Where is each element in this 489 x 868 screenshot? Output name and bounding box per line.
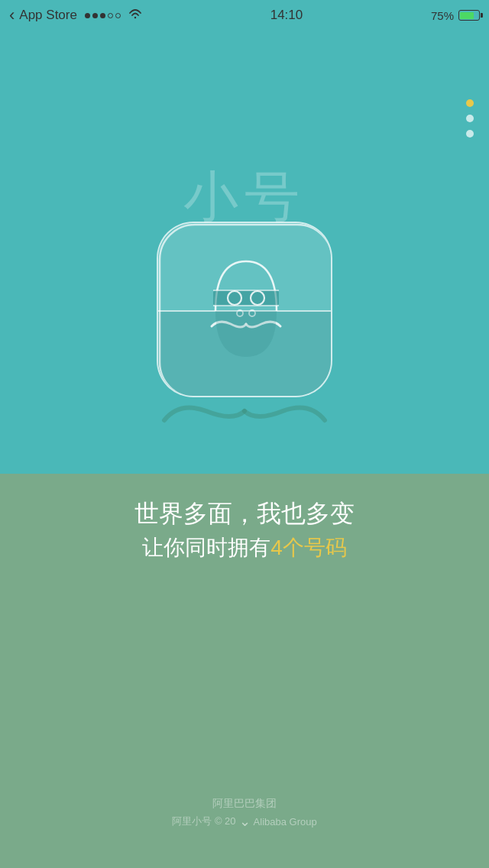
battery-percentage: 75% <box>431 9 454 22</box>
time-display: 14:10 <box>270 8 303 23</box>
tagline-highlight: 4个号码 <box>270 536 347 559</box>
page-dot-3[interactable] <box>466 130 474 138</box>
footer-company: 阿里巴巴集团 <box>172 794 316 813</box>
signal-indicator <box>85 13 121 18</box>
tagline-main: 世界多面，我也多变 <box>38 497 451 531</box>
app-store-label[interactable]: App Store <box>19 8 77 23</box>
page-dot-1[interactable] <box>466 99 474 107</box>
back-icon[interactable]: ‹ <box>9 5 15 25</box>
app-icon[interactable] <box>157 222 332 397</box>
signal-dot-2 <box>92 13 98 18</box>
tagline-sub: 让你同时拥有4个号码 <box>38 531 451 565</box>
signal-dot-1 <box>85 13 90 18</box>
signal-dot-5 <box>115 13 121 18</box>
footer-section: 阿里巴巴集团 阿里小号 © 20 ⌄ Alibaba Group <box>172 794 316 830</box>
page-indicator <box>466 99 474 138</box>
status-bar: ‹ App Store 14:10 75% <box>0 0 489 31</box>
footer-copyright-prefix: 阿里小号 © 20 <box>172 815 235 828</box>
battery-icon <box>458 10 480 21</box>
chevron-down-icon: ⌄ <box>239 813 251 830</box>
character-illustration <box>158 223 332 397</box>
page-dot-2[interactable] <box>466 115 474 122</box>
wifi-icon <box>128 9 142 22</box>
footer-copyright-suffix: Alibaba Group <box>254 816 317 828</box>
signal-dot-3 <box>100 13 105 18</box>
tagline-sub-prefix: 让你同时拥有 <box>142 536 270 559</box>
app-icon-background <box>157 222 332 397</box>
footer-copyright: 阿里小号 © 20 ⌄ Alibaba Group <box>172 813 316 830</box>
battery-fill <box>460 12 473 19</box>
signal-dot-4 <box>108 13 113 18</box>
svg-rect-3 <box>213 290 279 306</box>
tagline-section: 世界多面，我也多变 让你同时拥有4个号码 <box>38 497 451 565</box>
